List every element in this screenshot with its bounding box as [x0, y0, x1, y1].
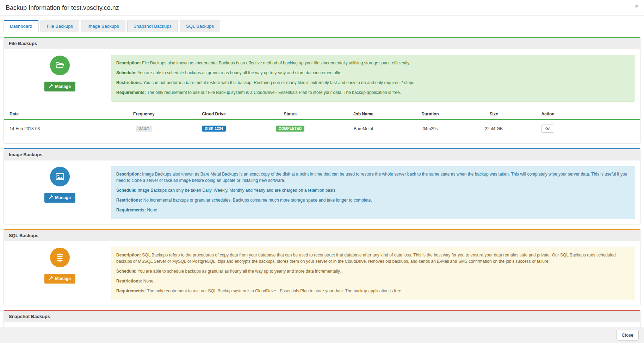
image-backups-panel: Image Backups Manage: [4, 148, 640, 224]
sql-backups-panel-title: SQL Backups: [4, 230, 640, 241]
snapshot-backups-panel-title: Snapshot Backups: [4, 311, 640, 322]
col-frequency: Frequency: [112, 109, 176, 120]
wrench-icon: [49, 84, 53, 89]
wrench-icon: [49, 195, 53, 200]
database-icon: [50, 248, 70, 267]
col-size: Size: [462, 109, 526, 120]
view-backup-button[interactable]: [541, 125, 554, 133]
info-schedule: Schedule: Image Backups can only be take…: [116, 187, 630, 193]
info-requirements: Requirements: The only requirement to us…: [116, 288, 630, 294]
col-status: Status: [252, 109, 328, 120]
cell-status: COMPLETED: [252, 120, 328, 138]
info-schedule: Schedule: You are able to schedule backu…: [116, 70, 630, 76]
sql-backups-info-box: Description: SQL Backups refers to the p…: [111, 247, 635, 300]
folder-open-icon: [50, 56, 70, 75]
cloud-drive-badge: DISK-1234: [202, 126, 226, 132]
eye-icon: [545, 126, 550, 132]
status-badge: COMPLETED: [276, 126, 304, 132]
info-restrictions: Restrictions: You can not perform a bare…: [116, 80, 630, 86]
info-restrictions: Restrictions: No incremental backups or …: [116, 197, 630, 203]
manage-sql-backups-button[interactable]: Manage: [44, 274, 75, 284]
file-backups-panel-title: File Backups: [4, 38, 640, 49]
tab-sql-backups[interactable]: SQL Backups: [180, 20, 220, 32]
tab-image-backups[interactable]: Image Backups: [81, 20, 125, 32]
info-requirements: Requirements: None: [116, 207, 630, 213]
file-backups-table: Date Frequency Cloud Drive Status Job Na…: [4, 109, 640, 138]
cell-action: [526, 120, 570, 138]
manage-image-backups-button[interactable]: Manage: [44, 193, 75, 203]
cell-job-name: BareMetal: [328, 120, 398, 138]
modal-content: Dashboard File Backups Image Backups Sna…: [0, 20, 644, 343]
modal-title: Backup Information for test.vpscity.co.n…: [6, 4, 638, 12]
info-description: Description: Image Backups also known as…: [116, 171, 630, 184]
image-icon: [50, 167, 70, 186]
wrench-icon: [49, 276, 53, 281]
cell-size: 22.44 GB: [462, 120, 526, 138]
tab-snapshot-backups[interactable]: Snapshot Backups: [127, 20, 178, 32]
image-backups-panel-title: Image Backups: [4, 149, 640, 160]
col-duration: Duration: [398, 109, 462, 120]
modal-footer: Close: [0, 327, 644, 343]
info-description: Description: SQL Backups refers to the p…: [116, 252, 630, 265]
info-schedule: Schedule: You are able to schedule backu…: [116, 268, 630, 274]
col-action: Action: [526, 109, 570, 120]
col-job-name: Job Name: [328, 109, 398, 120]
cell-spacer: [570, 120, 640, 138]
sql-backups-panel: SQL Backups: [4, 229, 640, 305]
col-cloud-drive: Cloud Drive: [176, 109, 252, 120]
cell-cloud-drive: DISK-1234: [176, 120, 252, 138]
tab-bar: Dashboard File Backups Image Backups Sna…: [4, 20, 640, 32]
info-description: Description: File Backups also known as …: [116, 60, 630, 66]
col-date: Date: [4, 109, 112, 120]
table-header-row: Date Frequency Cloud Drive Status Job Na…: [4, 109, 640, 120]
cell-date: 14-Feb-2018-03: [4, 120, 112, 138]
file-backups-panel: File Backups Manage: [4, 37, 640, 144]
table-row: 14-Feb-2018-03 DAILY DISK-1234 COMPLETED…: [4, 120, 640, 138]
info-restrictions: Restrictions: None: [116, 278, 630, 284]
cell-frequency: DAILY: [112, 120, 176, 138]
image-backups-info-box: Description: Image Backups also known as…: [111, 166, 635, 219]
manage-button-label: Manage: [55, 84, 71, 89]
modal-header: Backup Information for test.vpscity.co.n…: [0, 0, 644, 16]
manage-button-label: Manage: [55, 195, 71, 200]
close-icon[interactable]: ×: [635, 3, 638, 9]
close-button[interactable]: Close: [617, 330, 639, 341]
col-spacer: [570, 109, 640, 120]
tab-file-backups[interactable]: File Backups: [41, 20, 79, 32]
cell-duration: 04m29s: [398, 120, 462, 138]
frequency-badge: DAILY: [136, 126, 152, 132]
file-backups-info-box: Description: File Backups also known as …: [111, 55, 635, 102]
manage-button-label: Manage: [55, 276, 71, 281]
backup-info-modal: Backup Information for test.vpscity.co.n…: [0, 0, 644, 343]
info-requirements: Requirements: The only requirement to us…: [116, 89, 630, 96]
manage-file-backups-button[interactable]: Manage: [44, 82, 75, 91]
tab-dashboard[interactable]: Dashboard: [4, 20, 39, 32]
